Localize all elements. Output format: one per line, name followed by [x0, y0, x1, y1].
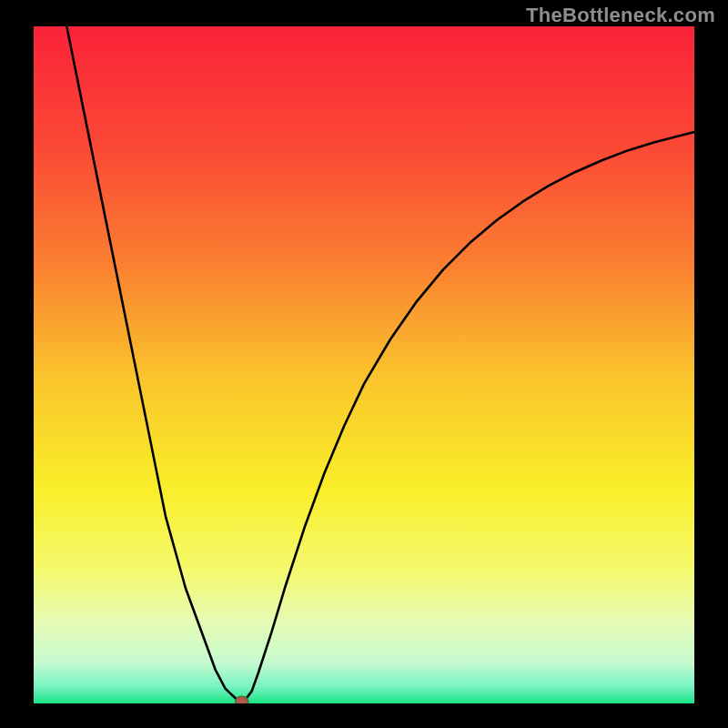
watermark-text: TheBottleneck.com [526, 4, 715, 27]
gradient-background [34, 26, 694, 703]
chart-svg [34, 26, 694, 703]
outer-frame: TheBottleneck.com [0, 0, 728, 728]
chart-plot-area [34, 26, 694, 703]
optimum-marker [236, 696, 248, 703]
